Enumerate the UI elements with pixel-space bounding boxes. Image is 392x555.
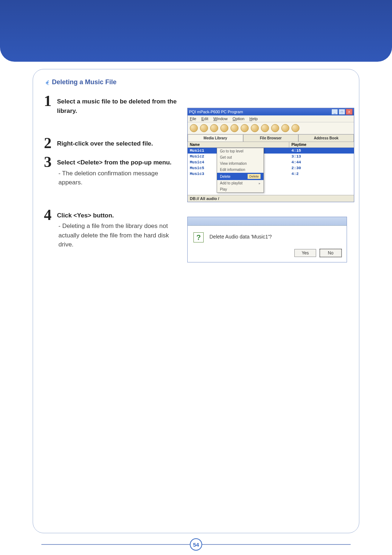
confirm-dialog: ? Delete Audio data 'Music1'? Yes No [187,217,347,262]
steps-column: 1 Select a music file to be deleted from… [44,93,178,253]
tab-address-book[interactable]: Address Book [298,134,354,142]
step-3: 3 Select <Delete> from the pop-up menu. … [44,154,178,187]
context-item[interactable]: Edit information [217,167,264,173]
menubar: File Edit Window Option Help [188,115,354,122]
toolbar-icon[interactable] [230,124,238,132]
toolbar-icon[interactable] [241,124,249,132]
list-row[interactable]: Music3 4:2 [188,171,354,177]
toolbar-icon[interactable] [251,124,259,132]
footer-rule-left [41,544,190,545]
cell-playtime: 4:44 [289,160,354,164]
context-item[interactable]: Play [217,186,264,192]
toolbar-icon[interactable] [220,124,228,132]
figures-column: PQI mPack-P600 PC Program _ □ × File Edi… [187,93,354,262]
context-item-delete[interactable]: Delete Delete [217,173,264,180]
tabs: Media Library File Browser Address Book [188,134,354,142]
list-row[interactable]: Music1 4:15 [188,148,354,154]
page-number: 54 [190,538,202,551]
context-item[interactable]: Get out [217,154,264,160]
toolbar-icon[interactable] [210,124,218,132]
context-item[interactable]: Go to top level [217,148,264,154]
cell-playtime: 4:15 [289,148,354,153]
close-button[interactable]: × [346,109,352,115]
toolbar-icon[interactable] [190,124,198,132]
page-footer: 54 [41,538,351,551]
column-name[interactable]: Name [188,142,289,147]
column-playtime[interactable]: Playtime [289,142,354,147]
tooltip: Delete [248,174,261,179]
list-body: Music1 4:15 Music2 3:13 Music4 4:44 Musi… [188,148,354,195]
menu-option[interactable]: Option [233,117,244,121]
step-text: Right-click over the selected file. [57,139,153,148]
cell-playtime: 3:13 [289,154,354,159]
status-bar: DB:// All audio / [188,195,354,202]
list-row[interactable]: Music2 3:13 [188,154,354,159]
maximize-button[interactable]: □ [339,109,345,115]
content-frame: Deleting a Music File 1 Select a music f… [33,69,359,533]
step-number: 3 [44,154,54,170]
toolbar-icon[interactable] [281,124,289,132]
dialog-titlebar [188,217,347,226]
list-row[interactable]: Music5 2:30 [188,165,354,171]
step-1: 1 Select a music file to be deleted from… [44,93,178,115]
minimize-button[interactable]: _ [331,109,338,115]
step-sub: - Deleting a file from the library does … [57,221,178,249]
step-number: 4 [44,207,54,223]
header-banner [0,0,392,62]
dialog-message: Delete Audio data 'Music1'? [209,232,272,240]
step-4: 4 Click <Yes> button. - Deleting a file … [44,207,178,249]
menu-edit[interactable]: Edit [201,117,208,121]
app-window: PQI mPack-P600 PC Program _ □ × File Edi… [187,108,354,202]
yes-button[interactable]: Yes [294,249,316,257]
no-button[interactable]: No [320,249,342,257]
window-titlebar: PQI mPack-P600 PC Program _ □ × [188,108,354,115]
menu-window[interactable]: Window [213,117,228,121]
diamond-icon [44,80,49,85]
context-item[interactable]: Add to playlist▸ [217,180,264,186]
menu-file[interactable]: File [190,117,196,121]
toolbar-icon[interactable] [291,124,299,132]
menu-help[interactable]: Help [249,117,258,121]
context-item[interactable]: View information [217,160,264,167]
toolbar-icon[interactable] [200,124,208,132]
list-header: Name Playtime [188,142,354,148]
window-title: PQI mPack-P600 PC Program [189,110,243,114]
step-number: 1 [44,93,54,109]
cell-playtime: 2:30 [289,166,354,170]
list-row[interactable]: Music4 4:44 [188,159,354,165]
step-2: 2 Right-click over the selected file. [44,135,178,151]
chevron-right-icon: ▸ [259,181,261,185]
tab-media-library[interactable]: Media Library [188,134,243,142]
tab-file-browser[interactable]: File Browser [243,134,299,142]
footer-rule-right [202,544,351,545]
question-icon: ? [193,232,204,242]
context-menu: Go to top level Get out View information… [217,148,264,193]
step-text: Click <Yes> button. [57,211,178,220]
toolbar-icon[interactable] [261,124,269,132]
step-sub: - The deletion confirmation message appe… [57,169,178,187]
section-title: Deleting a Music File [44,78,348,86]
step-number: 2 [44,135,54,151]
step-text: Select <Delete> from the pop-up menu. [57,158,178,167]
section-title-text: Deleting a Music File [52,78,117,86]
toolbar [188,122,354,134]
cell-playtime: 4:2 [289,172,354,176]
step-text: Select a music file to be deleted from t… [57,97,178,115]
toolbar-icon[interactable] [271,124,279,132]
